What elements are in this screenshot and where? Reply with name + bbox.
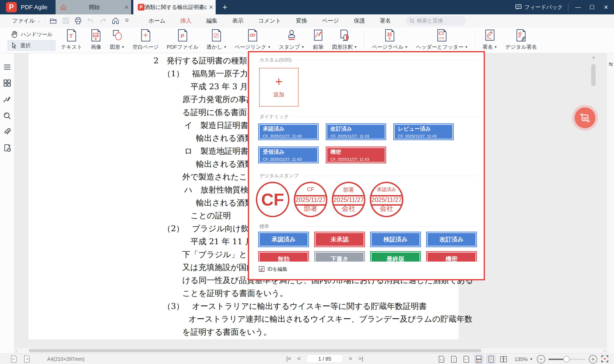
digital-stamp[interactable]: CF2025/11/27部署 xyxy=(294,182,327,217)
fit-page-icon[interactable] xyxy=(449,355,459,364)
scroll-left-icon[interactable]: ‹ xyxy=(16,349,17,353)
tab-start-close-icon[interactable]: ✕ xyxy=(122,4,131,11)
vertical-scroll-thumb[interactable] xyxy=(591,64,596,86)
menu-home[interactable]: ホーム xyxy=(148,14,166,27)
menu-sign[interactable]: 署名 xyxy=(379,14,392,27)
standard-stamp[interactable]: 検証済み xyxy=(370,232,421,247)
digital-stamp[interactable]: 承認済み2025/11/27会社 xyxy=(370,182,403,217)
menu-comment[interactable]: コメント xyxy=(258,14,282,27)
shape-annotation-button[interactable]: 図形注釈▼ xyxy=(328,29,361,51)
new-tab-button[interactable]: + xyxy=(220,3,230,12)
standard-stamp[interactable]: 承認済み xyxy=(258,232,309,247)
zoom-in-button[interactable]: + xyxy=(589,355,597,364)
undo-icon[interactable] xyxy=(87,17,95,25)
redo-icon[interactable] xyxy=(99,17,107,25)
menu-page[interactable]: ページ xyxy=(321,14,340,27)
previous-page-icon[interactable]: < xyxy=(297,355,301,362)
vertical-scrollbar[interactable]: ▲ xyxy=(590,54,597,346)
hand-tool-button[interactable]: ハンドツール xyxy=(8,29,55,39)
file-menu[interactable]: ファイル⌄ xyxy=(12,17,40,25)
blank-page-button[interactable]: 空白ページ xyxy=(128,29,163,51)
edit-id-button[interactable]: IDを編集 xyxy=(258,266,288,272)
add-custom-stamp-button[interactable]: + 追加 xyxy=(259,68,299,107)
prev-page-file-icon[interactable] xyxy=(10,355,18,363)
zoom-slider[interactable] xyxy=(548,359,586,360)
page-link-button[interactable]: ページリンク▼ xyxy=(231,29,275,51)
page-indicator-input[interactable]: 1 / 85 xyxy=(307,354,343,363)
dynamic-stamp[interactable]: 受領済みCF, 2025/11/27, 11:43 xyxy=(258,147,319,163)
dynamic-stamp[interactable]: レビュー済みCF, 2025/11/27, 11:43 xyxy=(393,123,454,140)
recent-pages-panel-icon[interactable] xyxy=(3,143,11,152)
dynamic-stamp[interactable]: 改訂済みCF, 2025/11/27, 11:43 xyxy=(326,123,386,140)
print-icon[interactable] xyxy=(74,17,82,25)
last-page-icon[interactable]: >| xyxy=(358,355,363,362)
zoom-out-button[interactable]: − xyxy=(537,355,545,364)
header-footer-button[interactable]: ヘッダーとフッター▼ xyxy=(412,29,472,51)
standard-stamp[interactable]: 最終版 xyxy=(370,251,421,262)
header-footer-icon xyxy=(436,29,448,42)
insert-text-button[interactable]: T テキスト xyxy=(57,29,86,51)
zoom-slider-knob[interactable] xyxy=(563,356,570,362)
menu-insert[interactable]: 挿入 xyxy=(179,14,192,27)
scroll-up-icon[interactable]: ▲ xyxy=(590,54,597,60)
thumbnails-panel-icon[interactable] xyxy=(3,79,11,87)
open-file-icon[interactable] xyxy=(49,17,57,25)
standard-stamp[interactable]: 未承認 xyxy=(314,232,365,247)
stamp-button[interactable]: スタンプ▼ xyxy=(275,29,308,51)
signature-button[interactable]: 署名▼ xyxy=(478,29,501,51)
dynamic-stamp[interactable]: 機密CF, 2025/11/27, 11:43 xyxy=(326,147,386,163)
digital-stamp[interactable]: 部署2025/11/27会社 xyxy=(332,182,365,217)
standard-stamp[interactable]: 改訂済み xyxy=(426,232,477,247)
select-tool-button[interactable]: 選択 xyxy=(8,40,55,51)
insert-image-button[interactable]: 画像 xyxy=(86,29,106,51)
zoom-level-dropdown[interactable]: 135%▼ xyxy=(515,356,533,362)
digital-stamp[interactable]: CF xyxy=(256,182,289,217)
two-page-view-icon[interactable] xyxy=(499,355,508,364)
menu-edit[interactable]: 編集 xyxy=(205,14,218,27)
search-input[interactable]: 検索と置換 xyxy=(406,16,466,26)
watermark-button[interactable]: 透かし▼ xyxy=(203,29,231,51)
actual-size-icon[interactable]: 1:1 xyxy=(437,355,446,364)
close-button[interactable]: ✕ xyxy=(602,4,610,11)
first-page-icon[interactable]: |< xyxy=(286,355,291,362)
home-shortcut-icon[interactable] xyxy=(111,17,120,25)
document-line: 2 発行する証明書の種類 xyxy=(153,55,247,66)
save-icon[interactable] xyxy=(62,17,70,25)
next-page-file-icon[interactable] xyxy=(23,355,31,363)
standard-stamp[interactable]: 下書き xyxy=(314,251,365,262)
single-page-view-icon[interactable] xyxy=(487,355,496,364)
outline-panel-icon[interactable] xyxy=(3,63,11,71)
fullscreen-icon[interactable] xyxy=(600,354,609,364)
attachments-panel-icon[interactable] xyxy=(3,128,11,136)
horizontal-scroll-thumb[interactable] xyxy=(29,349,481,352)
standard-stamp[interactable]: 機密 xyxy=(426,251,477,262)
menu-view[interactable]: 表示 xyxy=(232,14,244,27)
properties-panel-icon[interactable] xyxy=(608,61,614,67)
tab-document[interactable]: P 酒類に関する輸出証明書の... ✕ xyxy=(133,0,216,14)
continuous-scroll-icon[interactable] xyxy=(474,355,483,364)
insert-shape-button[interactable]: 図形▼ xyxy=(106,29,128,51)
svg-text:P: P xyxy=(180,33,184,39)
pencil-button[interactable]: 鉛筆 xyxy=(308,29,328,51)
feedback-button[interactable]: フィードバック xyxy=(515,4,563,11)
standard-stamp[interactable]: 無効 xyxy=(258,251,309,262)
digital-signature-button[interactable]: デジタル署名 xyxy=(501,29,541,51)
document-line: 下「ブラジル」とい xyxy=(182,249,255,260)
scroll-right-icon[interactable]: › xyxy=(604,349,605,353)
menu-convert[interactable]: 変換 xyxy=(295,14,308,27)
menu-protect[interactable]: 保護 xyxy=(353,14,366,27)
search-panel-icon[interactable] xyxy=(3,112,11,120)
customize-toolbar-icon[interactable] xyxy=(124,18,130,24)
horizontal-scrollbar[interactable]: ‹ › xyxy=(14,349,607,353)
tab-start[interactable]: 開始 ✕ xyxy=(55,0,131,14)
convert-to-word-button[interactable]: W xyxy=(572,105,598,131)
tab-document-close-icon[interactable]: ✕ xyxy=(206,4,216,11)
annotations-panel-icon[interactable] xyxy=(3,96,11,104)
maximize-button[interactable]: ☐ xyxy=(588,4,596,11)
dynamic-stamp[interactable]: 承認済みCF, 2025/11/27, 11:43 xyxy=(258,123,319,140)
minimize-button[interactable]: — xyxy=(574,4,582,10)
fit-width-icon[interactable] xyxy=(462,355,471,364)
insert-pdf-button[interactable]: P PDFファイル xyxy=(163,29,203,51)
next-page-icon[interactable]: > xyxy=(349,355,352,362)
page-label-button[interactable]: ページラベル▼ xyxy=(368,29,412,51)
